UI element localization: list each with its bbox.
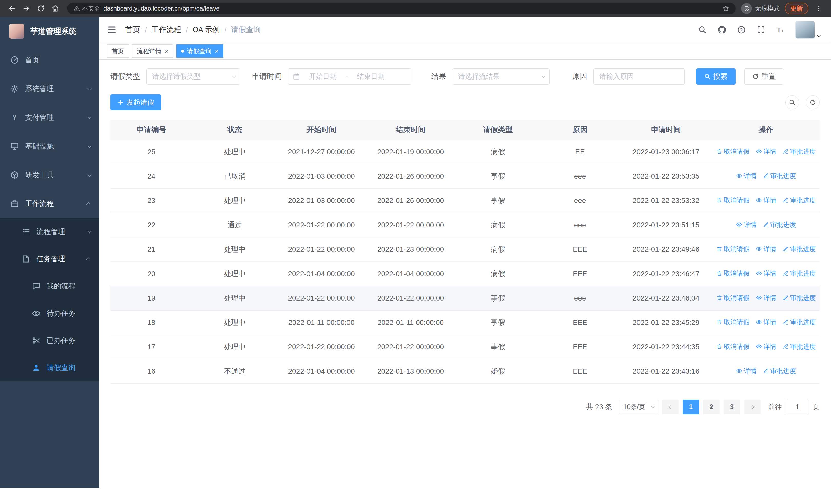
app-logo[interactable]: 芋道管理系统 (0, 17, 99, 46)
sidebar-item-done-tasks[interactable]: 已办任务 (0, 327, 99, 354)
detail-action-link[interactable]: 详情 (736, 220, 756, 229)
cancel-action-link[interactable]: 取消请假 (716, 269, 750, 278)
detail-action-link[interactable]: 详情 (736, 367, 756, 375)
breadcrumb-item[interactable]: 工作流程 (151, 25, 181, 35)
progress-action-link[interactable]: 审批进度 (763, 220, 796, 229)
detail-action-link[interactable]: 详情 (756, 318, 776, 326)
sidebar-item-process-management[interactable]: 流程管理 (0, 218, 99, 245)
security-status[interactable]: 不安全 (74, 5, 100, 12)
reload-button[interactable] (34, 2, 47, 15)
refresh-table-button[interactable] (806, 95, 820, 109)
search-button[interactable]: 搜索 (696, 68, 736, 85)
close-icon[interactable]: × (214, 48, 219, 54)
detail-action-link[interactable]: 详情 (756, 196, 776, 205)
breadcrumb-item[interactable]: 首页 (125, 25, 140, 35)
detail-action-link[interactable]: 详情 (756, 269, 776, 278)
update-button[interactable]: 更新 (785, 3, 808, 14)
tools-icon (10, 171, 19, 179)
sidebar-item-todo-tasks[interactable]: 待办任务 (0, 300, 99, 327)
cell-apply-id: 20 (110, 262, 193, 286)
detail-action-link[interactable]: 详情 (756, 342, 776, 351)
sidebar-item-infrastructure[interactable]: 基础设施 (0, 132, 99, 161)
progress-action-link[interactable]: 审批进度 (763, 172, 796, 180)
user-menu[interactable] (795, 21, 820, 39)
tab-process-detail[interactable]: 流程详情× (132, 45, 173, 58)
sidebar-item-label: 系统管理 (25, 84, 54, 94)
cancel-action-link[interactable]: 取消请假 (716, 147, 750, 156)
cancel-action-link[interactable]: 取消请假 (716, 294, 750, 302)
bookmark-star-icon[interactable] (722, 5, 729, 12)
sidebar-item-task-management[interactable]: 任务管理 (0, 245, 99, 272)
start-date-input[interactable] (303, 72, 343, 81)
eye-icon (736, 368, 742, 374)
tab-home[interactable]: 首页 (107, 45, 129, 58)
sidebar-item-label: 已办任务 (47, 336, 76, 346)
apply-time-range-picker[interactable]: - (288, 68, 411, 85)
chevron-left-icon (668, 405, 672, 409)
reset-button[interactable]: 重置 (744, 68, 784, 85)
progress-action-link[interactable]: 审批进度 (782, 196, 816, 205)
cell-start-time: 2021-12-27 00:00:00 (277, 140, 366, 164)
prev-page-button[interactable] (662, 399, 679, 414)
progress-action-link[interactable]: 审批进度 (782, 245, 816, 253)
cancel-action-link[interactable]: 取消请假 (716, 196, 750, 205)
table-row: 21处理中2022-01-22 00:00:002022-01-23 00:00… (110, 237, 820, 262)
tags-bar: 首页流程详情×请假查询× (99, 42, 831, 60)
progress-action-link[interactable]: 审批进度 (782, 294, 816, 302)
sidebar-item-workflow[interactable]: 工作流程 (0, 189, 99, 218)
cell-apply-time: 2022-01-22 23:49:46 (620, 237, 712, 262)
page-button-1[interactable]: 1 (683, 399, 699, 414)
tab-leave-query[interactable]: 请假查询× (176, 45, 223, 58)
back-button[interactable] (6, 2, 19, 15)
detail-action-link[interactable]: 详情 (756, 294, 776, 302)
font-size-icon[interactable]: TT (776, 25, 785, 34)
toggle-search-button[interactable] (785, 95, 799, 109)
column-header: 状态 (193, 120, 277, 140)
page-size-value: 10条/页 (623, 403, 645, 411)
cell-apply-time: 2022-01-22 23:45:29 (620, 310, 712, 335)
cell-end-time: 2022-01-22 00:00:00 (366, 213, 456, 237)
breadcrumb-item[interactable]: OA 示例 (193, 25, 220, 35)
goto-page-input[interactable] (786, 399, 809, 414)
cancel-action-link[interactable]: 取消请假 (716, 342, 750, 351)
progress-action-link[interactable]: 审批进度 (782, 269, 816, 278)
leave-type-select[interactable]: 请选择请假类型 (146, 68, 240, 85)
edit-icon (763, 173, 769, 179)
next-page-button[interactable] (744, 399, 761, 414)
github-icon[interactable] (717, 25, 726, 34)
search-icon[interactable] (698, 25, 707, 34)
create-leave-button[interactable]: 发起请假 (110, 94, 161, 110)
cancel-action-link[interactable]: 取消请假 (716, 245, 750, 253)
url-bar[interactable]: 不安全 dashboard.yudao.iocoder.cn/bpm/oa/le… (67, 3, 736, 14)
home-button[interactable] (49, 2, 62, 15)
end-date-input[interactable] (350, 72, 391, 81)
progress-action-link[interactable]: 审批进度 (782, 318, 816, 326)
sidebar-item-payment-management[interactable]: ¥支付管理 (0, 103, 99, 132)
result-select[interactable]: 请选择流结果 (452, 68, 550, 85)
reason-input[interactable] (593, 68, 685, 85)
detail-action-link[interactable]: 详情 (756, 147, 776, 156)
progress-action-link[interactable]: 审批进度 (782, 342, 816, 351)
page-size-select[interactable]: 10条/页 (619, 399, 658, 414)
close-icon[interactable]: × (165, 48, 168, 54)
cell-reason: eee (540, 164, 620, 188)
sidebar-item-leave-query[interactable]: 请假查询 (0, 354, 99, 381)
cancel-action-link[interactable]: 取消请假 (716, 318, 750, 326)
page-content: 请假类型 请选择请假类型 申请时间 - 结果 请选择流结果 原因 (99, 60, 831, 488)
sidebar-toggle-button[interactable] (107, 25, 117, 35)
progress-action-link[interactable]: 审批进度 (782, 147, 816, 156)
cell-apply-time: 2022-01-22 23:53:32 (620, 188, 712, 213)
sidebar-item-my-process[interactable]: 我的流程 (0, 272, 99, 300)
forward-button[interactable] (20, 2, 33, 15)
sidebar-item-system-management[interactable]: 系统管理 (0, 75, 99, 103)
detail-action-link[interactable]: 详情 (736, 172, 756, 180)
detail-action-link[interactable]: 详情 (756, 245, 776, 253)
fullscreen-icon[interactable] (756, 25, 766, 34)
browser-menu-button[interactable] (812, 2, 825, 15)
help-icon[interactable]: ? (737, 25, 746, 34)
page-button-2[interactable]: 2 (703, 399, 720, 414)
sidebar-item-home[interactable]: 首页 (0, 46, 99, 75)
progress-action-link[interactable]: 审批进度 (763, 367, 796, 375)
sidebar-item-dev-tools[interactable]: 研发工具 (0, 161, 99, 189)
page-button-3[interactable]: 3 (724, 399, 740, 414)
